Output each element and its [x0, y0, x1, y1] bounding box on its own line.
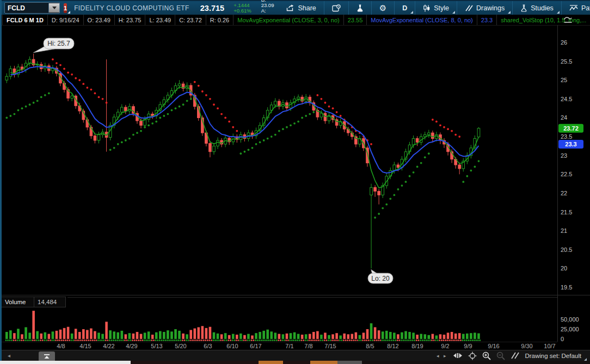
divider — [371, 1, 372, 15]
badge-corner-fold — [67, 11, 70, 14]
volume-pane-label: Volume — [5, 299, 26, 305]
price-flag: 23.3 — [558, 140, 583, 149]
news-calendar-icon — [332, 4, 341, 12]
ohlc-close: C: 23.72 — [175, 15, 206, 25]
svg-text:0: 0 — [561, 336, 564, 342]
last-price: 23.715 — [195, 4, 229, 13]
study-volstop-label[interactable]: shared_VolStop (10, 1.5, long,... — [497, 15, 590, 25]
quick-study-icon[interactable] — [563, 16, 573, 24]
share-button[interactable]: Share — [279, 1, 323, 15]
zoom-in-icon[interactable] — [482, 351, 491, 360]
window-left-border — [0, 0, 2, 361]
low-annotation: Lo: 20 — [368, 269, 393, 283]
study-ema8-value: 23.3 — [477, 15, 497, 25]
drawing-set-selector[interactable]: Drawing set: Default — [525, 353, 586, 359]
patterns-button[interactable]: Patterns — [562, 1, 590, 15]
study-ema3-label[interactable]: MovAvgExponential (CLOSE, 3, 0, no) — [233, 15, 344, 25]
company-name: FIDELITY CLOUD COMPUTING ETF — [74, 4, 189, 12]
svg-text:7/8: 7/8 — [304, 343, 312, 349]
symbol-input-box[interactable] — [4, 2, 60, 14]
linked-group-badge[interactable]: 1 — [64, 3, 67, 13]
trading-platform-window: 1 FIDELITY CLOUD COMPUTING ETF 23.715 +.… — [0, 0, 590, 364]
drawings-button[interactable]: Drawings — [458, 1, 512, 15]
flask-icon — [357, 4, 364, 12]
svg-text:6/3: 6/3 — [204, 343, 212, 349]
collapse-up-icon — [44, 354, 50, 359]
svg-text:4/15: 4/15 — [79, 343, 91, 349]
study-ema3-value: 23.55 — [344, 15, 367, 25]
chevron-down-icon — [52, 7, 57, 9]
svg-text:9/16: 9/16 — [488, 343, 499, 349]
collapse-panel-tab[interactable] — [39, 351, 55, 361]
symbol-input[interactable] — [5, 3, 48, 13]
study-ema8-label[interactable]: MovAvgExponential (CLOSE, 8, 0, no) — [367, 15, 477, 25]
price-flag: 23.72 — [558, 124, 583, 133]
news-reports-button[interactable] — [325, 1, 348, 15]
divider — [415, 1, 415, 15]
divider — [394, 1, 395, 15]
svg-text:7/1: 7/1 — [285, 343, 293, 349]
flask-icon — [520, 4, 527, 12]
volume-pane-header: Volume14,484 — [2, 297, 66, 307]
svg-text:10/7: 10/7 — [544, 343, 555, 349]
svg-text:21.5: 21.5 — [561, 209, 572, 215]
ema8-line — [10, 66, 478, 173]
chart-settings-button[interactable]: ⚙ — [372, 1, 394, 15]
svg-text:6/17: 6/17 — [250, 343, 261, 349]
svg-text:9/9: 9/9 — [464, 343, 472, 349]
candlestick-style-icon — [423, 4, 431, 12]
gear-icon: ⚙ — [379, 3, 386, 13]
chart-header-bar: 1 FIDELITY CLOUD COMPUTING ETF 23.715 +.… — [0, 0, 590, 15]
chart-bottom-toolbar: ◂ ◂ ▸ — [0, 350, 590, 361]
svg-text:20.5: 20.5 — [561, 246, 572, 253]
svg-text:19.5: 19.5 — [561, 284, 572, 291]
svg-text:5/13: 5/13 — [151, 343, 162, 349]
scroll-left-icon[interactable]: ◂ — [8, 353, 10, 359]
divider — [324, 1, 324, 15]
dropdown-fold — [452, 11, 455, 14]
chart-canvas[interactable]: 2625.52524.52423.52322.52221.52120.52019… — [0, 25, 590, 350]
divider — [348, 1, 349, 15]
zoom-out-icon[interactable] — [496, 351, 505, 360]
sliver-light-segment — [0, 361, 131, 364]
svg-text:8/5: 8/5 — [366, 343, 374, 349]
price-change: +.1444+0.61% — [229, 3, 256, 14]
svg-text:23: 23 — [561, 152, 567, 159]
svg-text:23.72: 23.72 — [563, 125, 579, 132]
svg-text:24: 24 — [561, 114, 567, 121]
svg-text:8/19: 8/19 — [411, 343, 423, 349]
dropdown-fold — [557, 11, 560, 14]
svg-text:25,000: 25,000 — [561, 326, 579, 332]
ohlc-studies-row: FCLD 6 M 1D D: 9/16/24 O: 23.49 H: 23.75… — [0, 15, 590, 26]
symbol-dropdown-button[interactable] — [48, 3, 59, 13]
svg-text:25: 25 — [561, 77, 567, 83]
svg-text:5/20: 5/20 — [175, 343, 186, 349]
drawing-tools-icon[interactable] — [511, 352, 519, 359]
svg-text:8/12: 8/12 — [387, 343, 398, 349]
ohlc-date: D: 9/16/24 — [48, 15, 84, 25]
divider — [457, 1, 457, 15]
svg-text:22.5: 22.5 — [561, 171, 572, 177]
ohlc-low: L: 23.49 — [145, 15, 175, 25]
style-button[interactable]: Style — [416, 1, 456, 15]
time-axis: 4/84/154/224/295/135/206/36/106/177/17/8… — [57, 343, 555, 349]
svg-text:23.5: 23.5 — [561, 133, 572, 140]
svg-text:20: 20 — [561, 265, 567, 272]
pan-arrows[interactable]: ◂ ▸ — [437, 353, 448, 359]
svg-text:21: 21 — [561, 227, 567, 234]
sliver-orange-segment — [259, 361, 283, 364]
volstop-dots-layer — [5, 58, 480, 219]
studies-button[interactable]: Studies — [513, 1, 561, 15]
analyze-button[interactable] — [349, 1, 371, 15]
window-bottom-sliver — [0, 361, 590, 364]
share-icon — [286, 4, 294, 11]
sliver-orange-segment — [310, 361, 337, 364]
price-axis: 2625.52524.52423.52322.52221.52120.52019… — [561, 39, 572, 291]
crosshair-icon[interactable] — [468, 351, 477, 360]
svg-text:9/30: 9/30 — [521, 343, 532, 349]
svg-text:4/22: 4/22 — [103, 343, 114, 349]
timeframe-button[interactable]: D — [395, 1, 414, 15]
dropdown-fold — [410, 11, 413, 14]
dropdown-fold — [508, 11, 511, 14]
fit-width-icon[interactable] — [453, 353, 463, 359]
